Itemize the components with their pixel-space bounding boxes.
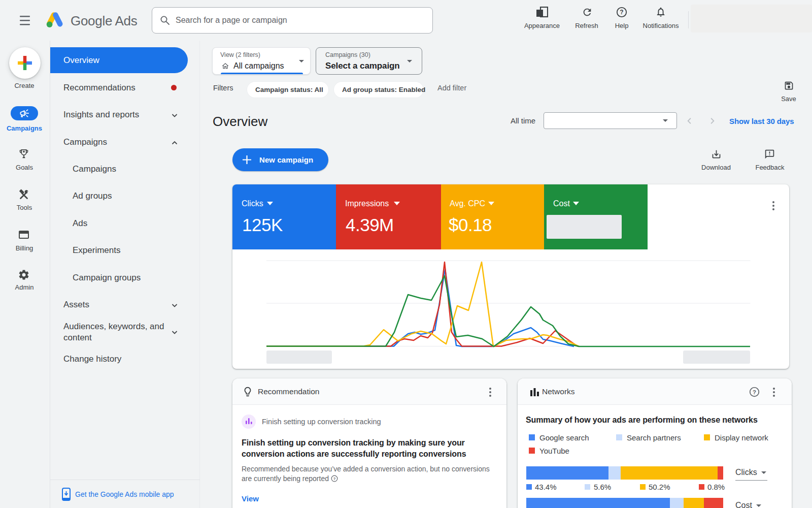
svg-text:?: ? xyxy=(333,477,336,481)
svg-text:?: ? xyxy=(753,389,756,395)
svg-text:?: ? xyxy=(620,9,623,16)
